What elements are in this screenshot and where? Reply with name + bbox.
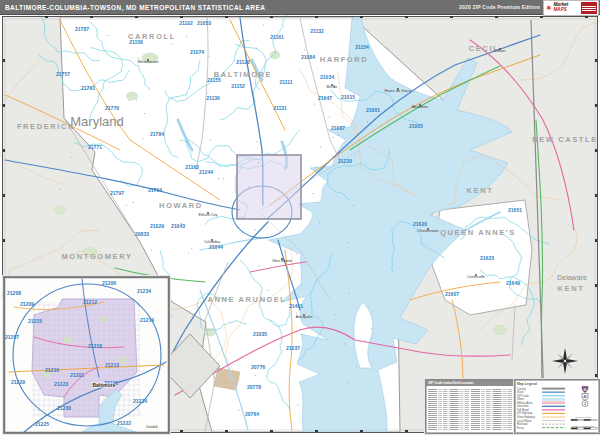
index-entry <box>486 411 491 412</box>
town-label: Centreville <box>467 275 485 279</box>
settlement-dot <box>335 314 336 315</box>
settlement-dot <box>333 137 334 138</box>
settlement-dot <box>210 140 211 141</box>
index-entry <box>450 423 459 424</box>
index-entry <box>465 395 470 396</box>
index-entry <box>508 403 513 404</box>
index-entry <box>481 397 485 398</box>
index-entry <box>493 413 502 414</box>
index-entry <box>481 389 485 390</box>
index-entry <box>465 415 470 416</box>
index-entry <box>450 411 459 412</box>
index-entry <box>443 403 448 404</box>
town-label: Aberdeen <box>412 105 428 109</box>
index-entry <box>460 417 464 418</box>
index-entry <box>486 397 491 398</box>
settlement-dot <box>71 157 72 158</box>
settlement-dot <box>348 242 349 243</box>
index-entry <box>465 397 470 398</box>
map-sheet: FREDERICKCARROLLBALTIMOREHARFORDCECILMON… <box>0 0 600 435</box>
index-entry <box>460 395 464 396</box>
scale-bar-segment <box>571 419 578 420</box>
zip-code-label: 20778 <box>247 384 261 390</box>
zip-index-content: ZIP Code Index/Grid Locator <box>426 380 514 433</box>
title-bar: BALTIMORE-COLUMBIA-TOWSON, MD METROPOLIT… <box>0 0 600 15</box>
map-title: BALTIMORE-COLUMBIA-TOWSON, MD METROPOLIT… <box>0 4 265 11</box>
index-entry <box>508 407 513 408</box>
index-entry <box>493 419 502 420</box>
inset-town-label: Dundalk <box>146 425 158 429</box>
index-entry <box>486 419 491 420</box>
index-entry <box>438 403 442 404</box>
inset-zip-label: 21208 <box>7 290 21 296</box>
county-label: FREDERICK <box>17 122 75 131</box>
zip-code-label: 21161 <box>270 34 284 40</box>
county-label: NEW CASTLE <box>532 135 598 144</box>
index-entry <box>443 401 448 402</box>
index-entry <box>481 399 485 400</box>
index-entry <box>443 407 448 408</box>
index-entry <box>481 403 485 404</box>
index-entry <box>428 395 437 396</box>
zip-code-label: 21087 <box>331 125 345 131</box>
index-entry <box>481 421 485 422</box>
scale-bar-segment <box>571 428 578 429</box>
index-entry <box>428 401 437 402</box>
settlement-dot <box>126 205 127 206</box>
inset-zip-label: 21223 <box>54 381 68 387</box>
zip-index-title: ZIP Code Index/Grid Locator <box>428 381 474 385</box>
index-entry <box>508 393 513 394</box>
index-entry <box>481 419 485 420</box>
zip-code-label: 21651 <box>508 207 522 213</box>
index-entry <box>503 389 507 390</box>
zip-code-label: 21794 <box>148 187 162 193</box>
legend-panel: Map Legend CountyStateZIP CodeWaterMilit… <box>514 379 600 434</box>
index-entry <box>493 403 502 404</box>
town-label: Westminster <box>137 60 159 64</box>
index-entry <box>443 393 448 394</box>
settlement-dot <box>136 99 137 100</box>
county-label: KENT <box>467 186 494 195</box>
inset-zip-label: 21218 <box>88 343 102 349</box>
index-entry <box>460 423 464 424</box>
settlement-dot <box>281 231 282 232</box>
index-entry <box>443 423 448 424</box>
settlement-dot <box>239 410 240 411</box>
index-entry <box>428 405 437 406</box>
index-entry <box>450 391 459 392</box>
settlement-dot <box>258 162 259 163</box>
inset-zip-label: 21216 <box>45 367 59 373</box>
index-entry <box>443 391 448 392</box>
index-entry <box>428 421 437 422</box>
index-entry <box>438 391 442 392</box>
index-entry <box>503 405 507 406</box>
index-entry <box>493 421 502 422</box>
settlement-dot <box>218 178 219 179</box>
town-label: Annapolis <box>296 315 313 319</box>
index-entry <box>438 389 442 390</box>
inset-map-panel: 2120821206212342120921212212142121521207… <box>3 276 170 434</box>
index-entry <box>428 423 437 424</box>
zip-code-label: 21771 <box>88 144 102 150</box>
index-entry <box>493 401 502 402</box>
legend-shields: 95402 <box>582 387 588 407</box>
town-label: Ellicott City <box>199 213 218 217</box>
scale-bar-segment <box>591 419 598 420</box>
zip-code-label: 21005 <box>409 123 423 129</box>
index-entry <box>486 417 491 418</box>
settlement-dot <box>347 382 348 383</box>
zip-code-label: 21757 <box>56 71 70 77</box>
settlement-dot <box>144 113 145 114</box>
index-entry <box>460 397 464 398</box>
index-entry <box>460 427 464 428</box>
index-entry <box>508 397 513 398</box>
index-entry <box>471 413 480 414</box>
index-entry <box>438 417 442 418</box>
state-label: Delaware <box>557 274 587 281</box>
zip-code-label: 21152 <box>231 83 245 89</box>
index-entry <box>450 407 459 408</box>
zip-code-label: 21155 <box>207 77 221 83</box>
index-entry <box>450 425 459 426</box>
index-entry <box>460 405 464 406</box>
index-entry <box>481 409 485 410</box>
